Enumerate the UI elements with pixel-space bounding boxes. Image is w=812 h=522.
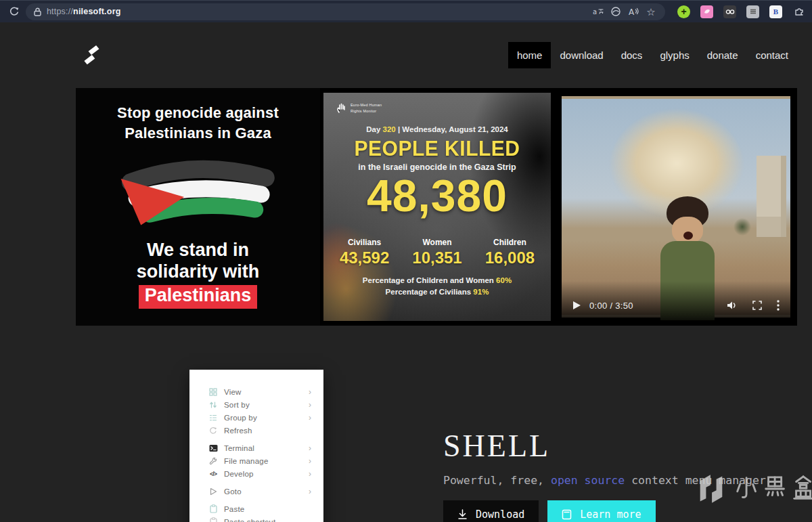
- euromed-logo: Euro-Med Human Rights Monitor: [336, 102, 382, 114]
- video-player[interactable]: 0:00 / 3:50: [562, 93, 790, 320]
- video-time: 0:00 / 3:50: [589, 301, 633, 311]
- terminal-icon: [208, 443, 218, 453]
- learn-more-button[interactable]: Learn more: [547, 500, 655, 522]
- hand-icon: [336, 102, 347, 114]
- menu-item-develop[interactable]: </> Develop ›: [189, 467, 323, 480]
- casualty-columns: Civilians 43,592 Women 10,351 Children 1…: [323, 238, 551, 267]
- day-line: Day 320 | Wednesday, August 21, 2024: [323, 125, 551, 133]
- main-nav: home download docs glyphs donate contact: [508, 42, 797, 68]
- url-text: https://nilesoft.org: [47, 7, 121, 16]
- url-scheme: https://: [47, 7, 73, 16]
- nilesoft-logo-icon[interactable]: [81, 42, 102, 69]
- submenu-chevron-icon: ›: [309, 387, 311, 397]
- goggles-icon: [725, 9, 735, 15]
- goto-icon: [208, 487, 218, 496]
- euromed-name: Euro-Med Human Rights Monitor: [351, 102, 382, 114]
- puzzle-icon: [794, 6, 805, 17]
- pink-app-icon: [703, 7, 711, 16]
- favorite-button[interactable]: ☆: [645, 5, 657, 18]
- hero-banner: Stop genocide against Palestinians in Ga…: [76, 88, 797, 326]
- layers-icon: [749, 7, 757, 16]
- solidarity-statement: We stand in solidarity with Palestinians: [76, 240, 320, 309]
- translate-icon: a: [593, 7, 604, 16]
- submenu-chevron-icon: ›: [309, 487, 311, 496]
- menu-item-group-by[interactable]: Group by ›: [189, 411, 323, 424]
- lock-icon: [34, 7, 41, 16]
- menu-item-sort-by[interactable]: Sort by ›: [189, 398, 323, 411]
- submenu-chevron-icon: ›: [309, 443, 311, 453]
- url-host: nilesoft.org: [73, 7, 120, 16]
- menu-item-goto[interactable]: Goto ›: [189, 485, 323, 498]
- nav-item-home[interactable]: home: [508, 42, 551, 68]
- swirl-icon: [610, 6, 621, 17]
- extensions-menu-button[interactable]: [792, 5, 805, 18]
- reload-icon: [9, 6, 20, 17]
- wrench-icon: [208, 456, 218, 466]
- paste-shortcut-icon: [208, 517, 218, 522]
- page-title: SHELL: [443, 428, 766, 464]
- grid-icon: [208, 387, 218, 397]
- infographic-title: PEOPLE KILLED: [330, 136, 544, 161]
- site-header: home download docs glyphs donate contact: [0, 22, 812, 88]
- civilians-column: Civilians 43,592: [340, 238, 389, 267]
- nav-item-glyphs[interactable]: glyphs: [651, 42, 698, 68]
- reload-button[interactable]: [7, 4, 22, 19]
- nav-item-download[interactable]: download: [551, 42, 612, 68]
- svg-text:A: A: [629, 7, 635, 16]
- watermark-text-glyphs: [734, 474, 812, 504]
- submenu-chevron-icon: ›: [309, 456, 311, 466]
- download-icon: [457, 509, 468, 520]
- extension-icons: + B: [677, 5, 805, 18]
- solidarity-title: Stop genocide against Palestinians in Ga…: [76, 103, 320, 143]
- solidarity-highlight: Palestinians: [139, 285, 258, 309]
- group-icon: [208, 413, 218, 422]
- menu-item-view[interactable]: View ›: [189, 385, 323, 398]
- xiaoheihe-watermark: 小黑盒: [694, 472, 812, 506]
- palestine-flag-icon: [116, 153, 279, 238]
- more-options-button[interactable]: [777, 300, 780, 311]
- menu-item-paste[interactable]: Paste: [189, 502, 323, 515]
- play-button[interactable]: [572, 301, 581, 310]
- read-aloud-button[interactable]: A: [627, 5, 639, 18]
- menu-item-paste-shortcut[interactable]: Paste shortcut: [189, 515, 323, 522]
- menu-item-file-manage[interactable]: File manage ›: [189, 454, 323, 467]
- total-killed-number: 48,380: [323, 170, 551, 221]
- submenu-chevron-icon: ›: [309, 413, 311, 422]
- mute-button[interactable]: [727, 301, 738, 310]
- menu-item-refresh[interactable]: Refresh: [189, 424, 323, 437]
- open-source-link[interactable]: open source: [551, 474, 625, 487]
- goggles-extension-button[interactable]: [723, 5, 736, 18]
- add-extension-button[interactable]: +: [677, 5, 690, 18]
- nav-item-donate[interactable]: donate: [698, 42, 747, 68]
- submenu-chevron-icon: ›: [309, 469, 311, 479]
- casualty-infographic: Euro-Med Human Rights Monitor Day 320 | …: [323, 93, 551, 321]
- pct-children-women: Percentage of Children and Women 60%: [323, 276, 551, 284]
- submenu-chevron-icon: ›: [309, 400, 311, 410]
- browser-window: https://nilesoft.org a A: [0, 0, 812, 522]
- menu-item-terminal[interactable]: Terminal ›: [189, 441, 323, 454]
- docs-book-icon: [562, 509, 572, 520]
- shell-context-menu-preview: View › Sort by › Group by ›: [189, 370, 323, 522]
- star-icon: ☆: [646, 7, 655, 17]
- xiaoheihe-logo-icon: [694, 472, 728, 506]
- download-button[interactable]: Download: [443, 500, 539, 522]
- video-controls: 0:00 / 3:50: [562, 297, 790, 313]
- layers-extension-button[interactable]: [746, 5, 759, 18]
- solidarity-poster: Stop genocide against Palestinians in Ga…: [76, 88, 320, 326]
- nav-item-contact[interactable]: contact: [747, 42, 797, 68]
- fullscreen-button[interactable]: [752, 301, 762, 310]
- pct-civilians: Percentage of Civilians 91%: [323, 288, 551, 296]
- women-column: Women 10,351: [412, 238, 461, 267]
- address-bar[interactable]: https://nilesoft.org a A: [26, 3, 665, 20]
- b-extension-button[interactable]: B: [769, 5, 782, 18]
- read-aloud-icon: A: [628, 7, 639, 16]
- refresh-icon: [208, 426, 218, 435]
- code-icon: </>: [208, 469, 218, 479]
- pink-extension-button[interactable]: [700, 5, 713, 18]
- browser-toolbar: https://nilesoft.org a A: [0, 0, 812, 22]
- day-number: 320: [383, 125, 396, 133]
- children-column: Children 16,008: [485, 238, 535, 267]
- translate-button[interactable]: a: [592, 5, 604, 18]
- nav-item-docs[interactable]: docs: [612, 42, 652, 68]
- browser-assist-button[interactable]: [610, 5, 622, 18]
